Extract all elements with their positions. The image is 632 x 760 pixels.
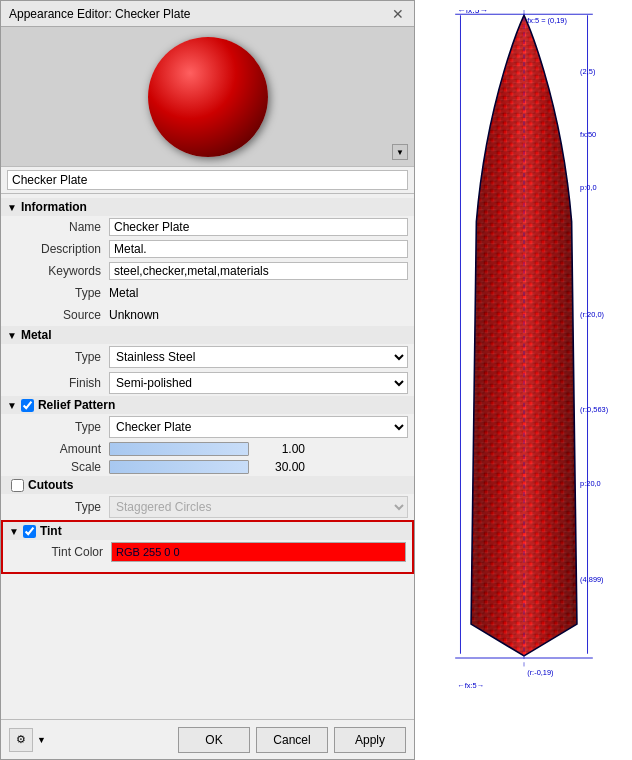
source-value: Unknown xyxy=(109,308,408,322)
type-label: Type xyxy=(21,286,101,300)
relief-arrow-icon: ▼ xyxy=(7,400,17,411)
prop-name-row: Name xyxy=(1,216,414,238)
finish-label: Finish xyxy=(21,376,101,390)
metal-arrow-icon: ▼ xyxy=(7,330,17,341)
scale-label: Scale xyxy=(21,460,101,474)
cutouts-section-header[interactable]: Cutouts xyxy=(1,476,414,494)
annotation-mid6: p:20,0 xyxy=(580,479,601,488)
material-preview-sphere xyxy=(148,37,268,157)
prop-metal-type-row: Type Stainless Steel Aluminum Brass xyxy=(1,344,414,370)
material-name-input[interactable] xyxy=(7,170,408,190)
prop-keywords-row: Keywords xyxy=(1,260,414,282)
metal-type-select[interactable]: Stainless Steel Aluminum Brass xyxy=(109,346,408,368)
bullet-shape-svg: ←fx:5→ fx:5 = (0,19) (2,5) fx:50 p:0,0 (… xyxy=(415,10,632,730)
cancel-button[interactable]: Cancel xyxy=(256,727,328,753)
title-bar: Appearance Editor: Checker Plate ✕ xyxy=(1,1,414,27)
apply-button[interactable]: Apply xyxy=(334,727,406,753)
relief-checkbox[interactable] xyxy=(21,399,34,412)
cutouts-checkbox[interactable] xyxy=(11,479,24,492)
ok-button[interactable]: OK xyxy=(178,727,250,753)
annotation-bottom2: ←fx:5→ xyxy=(457,681,484,690)
amount-row: Amount 1.00 xyxy=(1,440,414,458)
cutouts-type-select[interactable]: Staggered Circles Round Square xyxy=(109,496,408,518)
tint-checkbox[interactable] xyxy=(23,525,36,538)
bottom-left-controls: ⚙ ▼ xyxy=(9,728,46,752)
close-button[interactable]: ✕ xyxy=(390,7,406,21)
prop-type-row: Type Metal xyxy=(1,282,414,304)
scale-slider[interactable] xyxy=(109,460,249,474)
prop-finish-row: Finish Semi-polished Polished Brushed xyxy=(1,370,414,396)
description-label: Description xyxy=(21,242,101,256)
prop-source-row: Source Unknown xyxy=(1,304,414,326)
annotation-mid4: (r:20,0) xyxy=(580,310,604,319)
annotation-fx5: fx:5 = (0,19) xyxy=(527,16,567,25)
annotation-mid1: (2,5) xyxy=(580,67,595,76)
cutouts-label: Cutouts xyxy=(28,478,73,492)
properties-content: ▼ Information Name Description Keywords … xyxy=(1,194,414,719)
keywords-input[interactable] xyxy=(109,262,408,280)
prop-description-row: Description xyxy=(1,238,414,260)
metal-type-label: Type xyxy=(21,350,101,364)
keywords-label: Keywords xyxy=(21,264,101,278)
annotation-bottom1: (r:-0,19) xyxy=(527,668,553,677)
name-input[interactable] xyxy=(109,218,408,236)
settings-icon-button[interactable]: ⚙ xyxy=(9,728,33,752)
annotation-mid7: (4,899) xyxy=(580,575,603,584)
relief-type-label: Type xyxy=(21,420,101,434)
prop-cutouts-type-row: Type Staggered Circles Round Square xyxy=(1,494,414,520)
window-title: Appearance Editor: Checker Plate xyxy=(9,7,190,21)
metal-section-header[interactable]: ▼ Metal xyxy=(1,326,414,344)
cutouts-type-label: Type xyxy=(21,500,101,514)
tint-color-label: Tint Color xyxy=(23,545,103,559)
relief-section-header[interactable]: ▼ Relief Pattern xyxy=(1,396,414,414)
description-input[interactable] xyxy=(109,240,408,258)
viewport-background: ←fx:5→ fx:5 = (0,19) (2,5) fx:50 p:0,0 (… xyxy=(415,0,632,760)
tint-color-row: Tint Color RGB 255 0 0 xyxy=(3,540,412,564)
information-arrow-icon: ▼ xyxy=(7,202,17,213)
preview-dropdown-button[interactable]: ▼ xyxy=(392,144,408,160)
tint-arrow-icon: ▼ xyxy=(9,526,19,537)
tint-section: ▼ Tint Tint Color RGB 255 0 0 xyxy=(1,520,414,574)
amount-label: Amount xyxy=(21,442,101,456)
appearance-editor-panel: Appearance Editor: Checker Plate ✕ ▼ ▼ I… xyxy=(0,0,415,760)
relief-label: Relief Pattern xyxy=(38,398,115,412)
source-label: Source xyxy=(21,308,101,322)
relief-type-select[interactable]: Checker Plate Diamond Mesh xyxy=(109,416,408,438)
prop-relief-type-row: Type Checker Plate Diamond Mesh xyxy=(1,414,414,440)
annotation-mid3: p:0,0 xyxy=(580,183,596,192)
dialog-buttons: OK Cancel Apply xyxy=(178,727,406,753)
amount-value: 1.00 xyxy=(255,442,305,456)
finish-select[interactable]: Semi-polished Polished Brushed xyxy=(109,372,408,394)
dropdown-arrow[interactable]: ▼ xyxy=(37,735,46,745)
tint-label: Tint xyxy=(40,524,62,538)
scale-row: Scale 30.00 xyxy=(1,458,414,476)
type-value: Metal xyxy=(109,286,408,300)
viewport-panel: ←fx:5→ fx:5 = (0,19) (2,5) fx:50 p:0,0 (… xyxy=(415,0,632,760)
annotation-mid2: fx:50 xyxy=(580,130,596,139)
preview-area: ▼ xyxy=(1,27,414,167)
name-bar xyxy=(1,167,414,194)
tint-color-swatch[interactable]: RGB 255 0 0 xyxy=(111,542,406,562)
scale-value: 30.00 xyxy=(255,460,305,474)
annotation-mid5: (r:0,563) xyxy=(580,405,608,414)
amount-slider[interactable] xyxy=(109,442,249,456)
information-label: Information xyxy=(21,200,87,214)
tint-color-value: RGB 255 0 0 xyxy=(116,546,180,558)
information-section-header[interactable]: ▼ Information xyxy=(1,198,414,216)
bottom-bar: ⚙ ▼ OK Cancel Apply xyxy=(1,719,414,759)
metal-label: Metal xyxy=(21,328,52,342)
annotation-top: ←fx:5→ xyxy=(457,10,488,15)
tint-section-header[interactable]: ▼ Tint xyxy=(3,522,412,540)
gear-icon: ⚙ xyxy=(16,733,26,746)
name-label: Name xyxy=(21,220,101,234)
